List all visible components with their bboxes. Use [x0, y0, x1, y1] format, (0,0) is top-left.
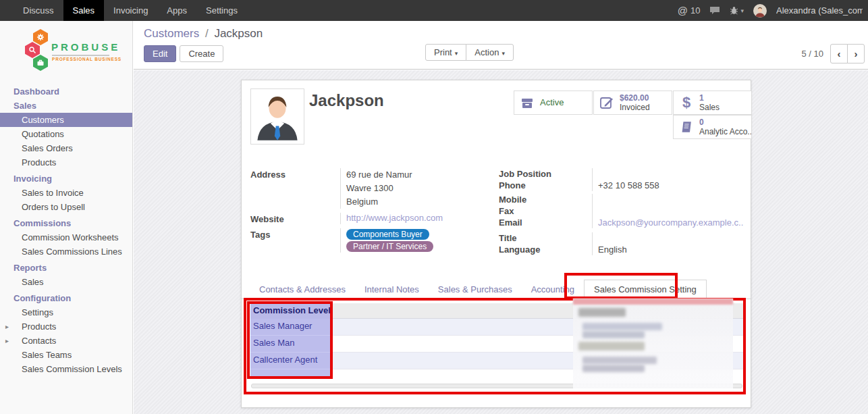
sales-stat-button[interactable]: $ 1Sales [673, 90, 752, 115]
sidebar-section-invoicing[interactable]: Invoicing [0, 172, 132, 186]
briefcase-icon [33, 55, 48, 71]
sidebar-item-config-products[interactable]: ▸Products [0, 319, 132, 334]
at-icon: @ [678, 5, 688, 16]
user-menu[interactable]: Alexandra (Sales_comm.. [776, 5, 863, 16]
top-menu-bar: Discuss Sales Invoicing Apps Settings [0, 0, 247, 21]
sidebar-section-commissions[interactable]: Commissions [0, 216, 132, 230]
address-value: 69 rue de Namur Wavre 1300 Belgium [340, 168, 482, 209]
user-avatar[interactable] [753, 4, 767, 18]
sidebar-item-sales-teams[interactable]: Sales Teams [0, 348, 132, 362]
topbar-spacer [247, 0, 678, 21]
title-label: Title [499, 232, 592, 244]
menu-sales[interactable]: Sales [63, 0, 105, 21]
tag-components-buyer: Components Buyer [346, 229, 429, 240]
commission-level-cell[interactable]: Sales Man [250, 336, 333, 353]
sidebar-item-sales-commission-levels[interactable]: Sales Commission Levels [0, 362, 132, 376]
tab-sales-purchases[interactable]: Sales & Purchases [429, 280, 522, 299]
empty-cell [250, 369, 333, 379]
menu-settings[interactable]: Settings [196, 0, 247, 21]
sidebar-item-sales-orders[interactable]: Sales Orders [0, 141, 132, 155]
commission-level-header[interactable]: Commission Level [250, 303, 333, 319]
breadcrumb-customers-link[interactable]: Customers [144, 27, 199, 40]
sidebar-section-dashboard[interactable]: Dashboard [0, 84, 132, 99]
invoiced-stat-button[interactable]: $620.00Invoiced [593, 90, 672, 115]
menu-discuss[interactable]: Discuss [13, 0, 63, 21]
debug-icon[interactable]: ▾ [730, 6, 744, 15]
sidebar-item-orders-to-upsell[interactable]: Orders to Upsell [0, 200, 132, 214]
sidebar-item-commission-worksheets[interactable]: Commission Worksheets [0, 230, 132, 244]
address-line: Wavre 1300 [346, 182, 482, 195]
expand-icon[interactable]: ▸ [5, 336, 9, 346]
commission-level-cell[interactable]: Callcenter Agent [250, 353, 333, 369]
tab-contacts-addresses[interactable]: Contacts & Addresses [250, 280, 355, 299]
sidebar-item-sales-commissions-lines[interactable]: Sales Commissions Lines [0, 244, 132, 259]
sidebar-item-report-sales[interactable]: Sales [0, 275, 132, 289]
caret-down-icon: ▾ [455, 50, 458, 57]
address-line: Belgium [346, 195, 482, 209]
messages-icon[interactable] [709, 6, 720, 15]
sidebar-item-settings[interactable]: Settings [0, 305, 132, 319]
sidebar: PROBUSE PROFESSIONAL BUSINESS Dashboard … [0, 21, 133, 414]
analytic-accounts-stat-button[interactable]: 0Analytic Acco... [673, 115, 752, 139]
blurred-annotation-edge [573, 299, 733, 305]
pager-previous-button[interactable]: ‹ [830, 44, 848, 63]
caret-down-icon: ▾ [740, 7, 744, 14]
email-link[interactable]: Jackpson@yourcompany.example.c.. [598, 217, 743, 228]
tab-sales-commission-setting[interactable]: Sales Commission Setting [584, 280, 707, 299]
mobile-label: Mobile [499, 194, 592, 205]
sales-label: Sales [699, 103, 720, 112]
app-window: Discuss Sales Invoicing Apps Settings @ … [0, 0, 868, 414]
sidebar-item-config-contacts[interactable]: ▸Contacts [0, 334, 132, 348]
sidebar-nav: Dashboard Sales Customers Quotations Sal… [0, 81, 132, 376]
sidebar-section-sales[interactable]: Sales [0, 99, 132, 113]
probuse-logo: PROBUSE PROFESSIONAL BUSINESS [0, 21, 132, 81]
record-sheet: Jackpson Active $620.00Invoiced $ 1Sales… [241, 80, 751, 408]
sidebar-item-customers[interactable]: Customers [0, 113, 132, 127]
pager-next-button[interactable]: › [847, 44, 865, 63]
menu-apps[interactable]: Apps [157, 0, 196, 21]
invoiced-label: Invoiced [620, 103, 650, 112]
censored-region [573, 299, 733, 388]
breadcrumb-separator: / [202, 27, 211, 40]
invoiced-amount: $620.00 [620, 93, 649, 103]
phone-value: +32 10 588 558 [592, 180, 740, 191]
active-toggle-button[interactable]: Active [514, 90, 593, 115]
fax-value [592, 205, 740, 217]
language-value: English [592, 244, 740, 255]
sidebar-section-reports[interactable]: Reports [0, 261, 132, 275]
expand-icon[interactable]: ▸ [5, 321, 9, 332]
sidebar-item-label: Contacts [22, 336, 56, 346]
website-link[interactable]: http://www.jackpson.com [346, 213, 443, 223]
phone-label: Phone [499, 180, 592, 191]
website-label: Website [250, 213, 340, 224]
menu-invoicing[interactable]: Invoicing [104, 0, 157, 21]
edit-button[interactable]: Edit [144, 45, 176, 62]
logo-divider [52, 55, 109, 56]
chevron-left-icon: ‹ [838, 48, 841, 59]
tab-internal-notes[interactable]: Internal Notes [355, 280, 429, 299]
customer-photo [250, 88, 304, 145]
pager-counter: 5 / 10 [801, 49, 823, 59]
archive-icon [519, 96, 535, 109]
book-icon [678, 120, 695, 134]
dollar-icon: $ [678, 94, 695, 111]
action-button[interactable]: Action▾ [466, 44, 514, 61]
print-button[interactable]: Print▾ [425, 44, 466, 61]
sidebar-section-configuration[interactable]: Configuration [0, 291, 132, 305]
sidebar-item-quotations[interactable]: Quotations [0, 127, 132, 141]
magnifier-icon [25, 42, 40, 58]
control-panel: Customers / Jackpson Edit Create Print▾ … [134, 21, 868, 70]
sidebar-item-products[interactable]: Products [0, 155, 132, 170]
sidebar-item-sales-to-invoice[interactable]: Sales to Invoice [0, 186, 132, 200]
address-label: Address [250, 168, 340, 209]
commission-level-cell[interactable]: Sales Manager [250, 319, 333, 336]
action-label: Action [474, 47, 499, 57]
tab-accounting[interactable]: Accounting [522, 280, 584, 299]
chevron-right-icon: › [855, 48, 858, 59]
analytic-count: 0 [699, 118, 704, 127]
mentions-counter[interactable]: @ 10 [678, 5, 701, 16]
create-button[interactable]: Create [180, 45, 223, 62]
tag-partner-it-services: Partner / IT Services [346, 241, 433, 252]
sales-count: 1 [699, 93, 704, 103]
record-title: Jackpson [309, 91, 384, 110]
